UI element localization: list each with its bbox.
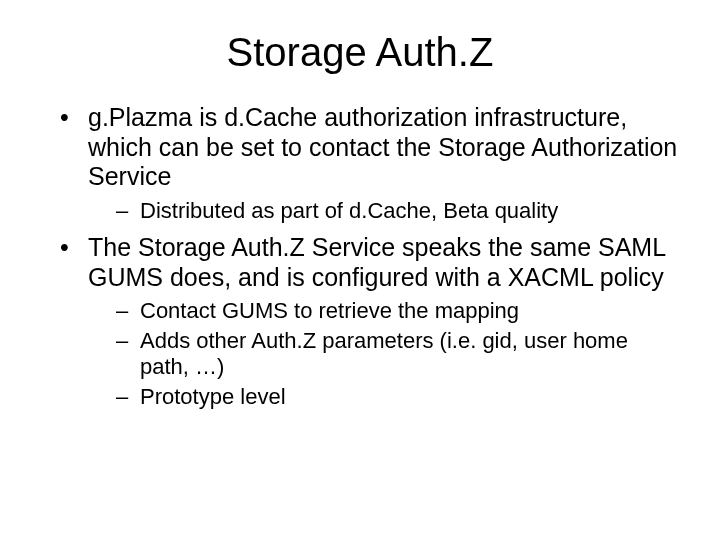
bullet-list: g.Plazma is d.Cache authorization infras… <box>60 103 680 410</box>
list-item: Contact GUMS to retrieve the mapping <box>116 298 680 324</box>
list-item: g.Plazma is d.Cache authorization infras… <box>60 103 680 223</box>
bullet-text: g.Plazma is d.Cache authorization infras… <box>88 103 677 190</box>
slide-title: Storage Auth.Z <box>40 30 680 75</box>
list-item: The Storage Auth.Z Service speaks the sa… <box>60 233 680 410</box>
sub-bullet-list: Distributed as part of d.Cache, Beta qua… <box>116 198 680 224</box>
bullet-text: Prototype level <box>140 384 286 409</box>
list-item: Distributed as part of d.Cache, Beta qua… <box>116 198 680 224</box>
bullet-text: Distributed as part of d.Cache, Beta qua… <box>140 198 558 223</box>
bullet-text: The Storage Auth.Z Service speaks the sa… <box>88 233 665 291</box>
list-item: Adds other Auth.Z parameters (i.e. gid, … <box>116 328 680 380</box>
bullet-text: Adds other Auth.Z parameters (i.e. gid, … <box>140 328 628 379</box>
list-item: Prototype level <box>116 384 680 410</box>
slide: Storage Auth.Z g.Plazma is d.Cache autho… <box>0 0 720 540</box>
sub-bullet-list: Contact GUMS to retrieve the mapping Add… <box>116 298 680 410</box>
bullet-text: Contact GUMS to retrieve the mapping <box>140 298 519 323</box>
